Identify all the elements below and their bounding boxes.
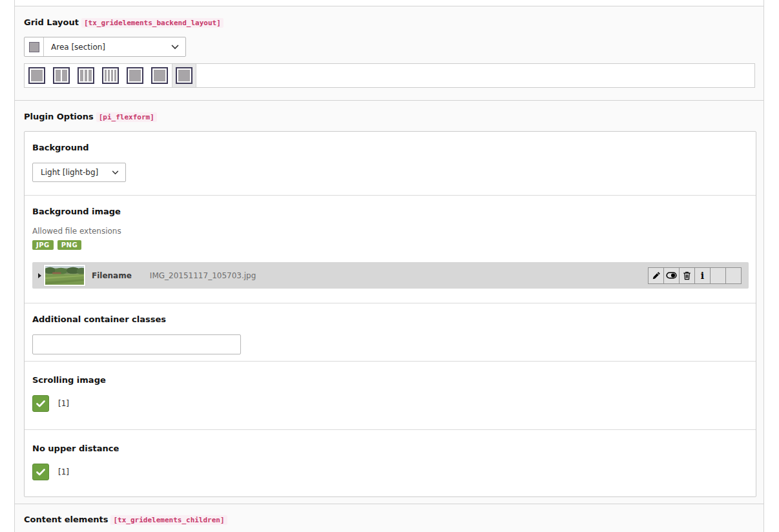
checkmark-icon bbox=[36, 469, 45, 476]
allowed-extensions-label: Allowed file extensions bbox=[32, 227, 748, 236]
field-no-upper-distance: No upper distance [1] bbox=[25, 429, 756, 495]
checkmark-icon bbox=[36, 400, 45, 407]
grid-layout-selected-value: Area [section] bbox=[51, 43, 171, 52]
empty-action-slot-2 bbox=[725, 267, 742, 284]
field-background-image: Background image Allowed file extensions… bbox=[25, 195, 756, 303]
expand-caret-icon[interactable] bbox=[38, 273, 41, 278]
section-plugin-options: Plugin Options[pi_flexform] Background L… bbox=[15, 100, 763, 504]
file-reference-row: Filename IMG_20151117_105703.jpg bbox=[32, 262, 749, 289]
file-thumbnail bbox=[44, 265, 85, 286]
info-icon: i bbox=[701, 271, 704, 280]
grid-layout-option-2col[interactable] bbox=[49, 64, 74, 87]
scrolling-image-value-label: [1] bbox=[58, 399, 69, 408]
section-content-elements: Content elements[tx_gridelements_childre… bbox=[15, 504, 763, 532]
grid-layout-option-4col[interactable] bbox=[98, 64, 123, 87]
layout-4col-icon bbox=[102, 67, 119, 84]
background-select[interactable]: Light [light-bg] bbox=[32, 163, 126, 182]
allowed-extensions-badges: JPG PNG bbox=[32, 240, 748, 250]
container-classes-label: Additional container classes bbox=[32, 314, 748, 324]
no-upper-distance-check-row: [1] bbox=[32, 464, 748, 480]
empty-action-slot-1 bbox=[710, 267, 726, 284]
thumbnail-image bbox=[45, 266, 84, 285]
info-button[interactable]: i bbox=[694, 267, 711, 284]
grid-layout-option-5[interactable] bbox=[123, 64, 147, 87]
scrolling-image-check-row: [1] bbox=[32, 395, 748, 412]
field-background: Background Light [light-bg] bbox=[25, 132, 756, 195]
layout-1col-icon bbox=[127, 67, 143, 84]
no-upper-distance-label: No upper distance bbox=[32, 444, 748, 453]
toggle-icon bbox=[666, 272, 677, 279]
grid-layout-select-main: Area [section] bbox=[44, 37, 185, 56]
background-label: Background bbox=[32, 143, 748, 152]
scrolling-image-checkbox[interactable] bbox=[32, 395, 49, 412]
plugin-options-box: Background Light [light-bg] Background i… bbox=[24, 131, 756, 497]
form-panel: Grid Layout[tx_gridelements_backend_layo… bbox=[14, 0, 764, 532]
container-classes-input[interactable] bbox=[32, 334, 241, 354]
edit-button[interactable] bbox=[648, 267, 664, 284]
grid-layout-select[interactable]: Area [section] bbox=[24, 37, 186, 57]
field-container-classes: Additional container classes bbox=[25, 303, 756, 361]
grid-layout-heading: Grid Layout[tx_gridelements_backend_layo… bbox=[24, 17, 755, 27]
content-elements-code: [tx_gridelements_children] bbox=[110, 515, 227, 525]
no-upper-distance-checkbox[interactable] bbox=[32, 464, 49, 480]
pencil-icon bbox=[652, 271, 661, 280]
background-image-label: Background image bbox=[32, 207, 748, 216]
layout-1col-icon bbox=[176, 67, 192, 84]
trash-icon bbox=[683, 271, 691, 280]
layout-2col-icon bbox=[53, 67, 70, 84]
scrolling-image-label: Scrolling image bbox=[32, 375, 748, 385]
layout-1col-icon bbox=[28, 67, 45, 84]
plugin-options-code: [pi_flexform] bbox=[96, 112, 157, 122]
previous-section-edge bbox=[15, 0, 763, 6]
layout-3col-icon bbox=[78, 67, 94, 84]
plugin-options-title: Plugin Options bbox=[24, 112, 94, 121]
plugin-options-heading: Plugin Options[pi_flexform] bbox=[24, 112, 755, 121]
field-scrolling-image: Scrolling image [1] bbox=[25, 361, 756, 429]
toggle-visibility-button[interactable] bbox=[663, 267, 680, 284]
extension-badge-jpg: JPG bbox=[32, 240, 54, 250]
grid-layout-code: [tx_gridelements_backend_layout] bbox=[81, 18, 223, 28]
chevron-down-icon bbox=[112, 170, 119, 175]
layout-square-icon bbox=[29, 42, 39, 52]
file-action-buttons: i bbox=[648, 267, 742, 284]
delete-button[interactable] bbox=[679, 267, 695, 284]
layout-1col-icon bbox=[151, 67, 168, 84]
content-elements-title: Content elements bbox=[24, 515, 108, 524]
grid-layout-option-row bbox=[24, 63, 755, 88]
grid-layout-title: Grid Layout bbox=[24, 17, 79, 27]
layout-preview-icon bbox=[25, 37, 44, 56]
no-upper-distance-value-label: [1] bbox=[58, 467, 69, 476]
grid-layout-option-1col[interactable] bbox=[25, 64, 49, 87]
filename-value: IMG_20151117_105703.jpg bbox=[150, 271, 256, 280]
background-selected-value: Light [light-bg] bbox=[41, 168, 112, 177]
filename-field-label: Filename bbox=[92, 271, 132, 280]
grid-layout-option-7-selected[interactable] bbox=[172, 64, 196, 87]
grid-layout-option-3col[interactable] bbox=[74, 64, 98, 87]
grid-layout-option-6[interactable] bbox=[147, 64, 172, 87]
content-elements-heading: Content elements[tx_gridelements_childre… bbox=[24, 515, 755, 524]
extension-badge-png: PNG bbox=[57, 240, 81, 250]
chevron-down-icon bbox=[171, 45, 179, 50]
section-grid-layout: Grid Layout[tx_gridelements_backend_layo… bbox=[15, 6, 763, 100]
